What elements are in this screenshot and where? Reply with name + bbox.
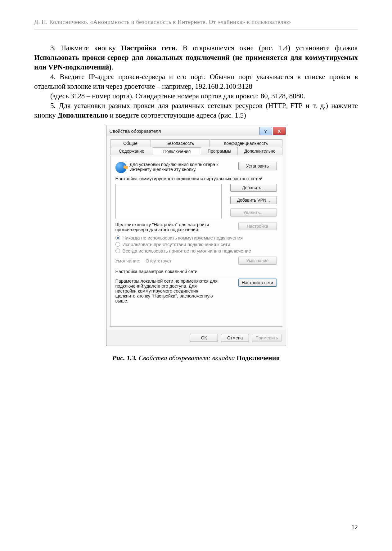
window-control-buttons: ? X — [259, 127, 286, 135]
document-page: Д. Н. Колисниченко. «Анонимность и безоп… — [0, 0, 392, 551]
dialog-footer: ОК Отмена Применить — [106, 330, 286, 346]
dialog-body: Общие Безопасность Конфиденциальность Со… — [106, 136, 286, 330]
paragraph-5: 5. Для установки разных прокси для разли… — [34, 101, 358, 120]
add-button[interactable]: Добавить... — [230, 184, 277, 192]
dialup-section: Настройка коммутируемого соединения и ви… — [115, 176, 277, 219]
paragraph-4: 4. Введите IP-адрес прокси-сервера и его… — [34, 72, 358, 91]
radio-never[interactable]: Никогда не использовать коммутируемые по… — [115, 235, 277, 240]
radio-always[interactable]: Всегда использовать принятое по умолчани… — [115, 248, 277, 253]
page-number: 12 — [351, 523, 358, 531]
page-header: Д. Н. Колисниченко. «Анонимность и безоп… — [34, 19, 358, 29]
tab-content[interactable]: Содержание — [110, 147, 153, 155]
default-connection-row: Умолчание: Отсутствует Умолчание — [115, 257, 277, 265]
radio-icon — [115, 242, 120, 247]
tab-programs[interactable]: Программы — [201, 147, 238, 155]
divider — [115, 276, 277, 276]
tab-advanced[interactable]: Дополнительно — [237, 147, 282, 155]
tab-strip: Общие Безопасность Конфиденциальность Со… — [110, 139, 282, 155]
default-value: Отсутствует — [146, 258, 172, 263]
radio-icon — [115, 235, 120, 240]
connections-listbox[interactable] — [115, 184, 222, 219]
settings-text: Щелкните кнопку "Настройка" для настройк… — [115, 222, 221, 232]
proxy-settings-row: Щелкните кнопку "Настройка" для настройк… — [115, 222, 277, 232]
dialog-screenshot: Свойства обозревателя ? X Общие Безопасн… — [106, 126, 286, 346]
close-icon: X — [277, 128, 281, 134]
connections-panel: Для установки подключения компьютера к И… — [110, 156, 282, 327]
ok-button[interactable]: ОК — [190, 334, 218, 342]
radio-icon — [115, 249, 120, 253]
body-text: 3. Нажмите кнопку Настройка сети. В откр… — [34, 43, 358, 120]
tab-privacy[interactable]: Конфиденциальность — [210, 139, 282, 147]
internet-options-dialog: Свойства обозревателя ? X Общие Безопасн… — [106, 126, 286, 346]
dialog-title: Свойства обозревателя — [110, 128, 161, 134]
tab-general[interactable]: Общие — [110, 139, 151, 147]
radio-when-no-net[interactable]: Использовать при отсутствии подключения … — [115, 242, 277, 247]
lan-settings-button[interactable]: Настройка сети — [238, 279, 277, 287]
lan-section: Параметры локальной сети не применяются … — [115, 279, 277, 303]
help-icon: ? — [264, 128, 267, 134]
setup-text: Для установки подключения компьютера к И… — [130, 162, 221, 172]
apply-button[interactable]: Применить — [252, 334, 281, 342]
settings-button[interactable]: Настройка — [238, 222, 277, 230]
dial-behavior-radios: Никогда не использовать коммутируемые по… — [115, 235, 277, 253]
lan-text: Параметры локальной сети не применяются … — [115, 279, 218, 303]
close-button[interactable]: X — [273, 127, 286, 135]
cancel-button[interactable]: Отмена — [221, 334, 249, 342]
setup-section: Для установки подключения компьютера к И… — [115, 162, 277, 173]
paragraph-3: 3. Нажмите кнопку Настройка сети. В откр… — [34, 43, 358, 72]
figure-number: Рис. 1.3. — [112, 354, 137, 362]
dialog-titlebar: Свойства обозревателя ? X — [106, 126, 286, 136]
globe-icon — [115, 162, 127, 173]
figure-bold: Подключения — [237, 354, 280, 362]
install-button[interactable]: Установить — [238, 162, 277, 170]
add-vpn-button[interactable]: Добавить VPN... — [230, 196, 277, 204]
tab-security[interactable]: Безопасность — [151, 139, 210, 147]
tab-connections[interactable]: Подключения — [153, 147, 201, 155]
delete-button[interactable]: Удалить... — [230, 208, 277, 217]
dialup-title: Настройка коммутируемого соединения и ви… — [115, 176, 277, 181]
help-button[interactable]: ? — [259, 127, 272, 135]
figure-caption: Рис. 1.3. Свойства обозревателя: вкладка… — [34, 354, 358, 362]
figure-text: Свойства обозревателя: вкладка — [137, 354, 237, 362]
set-default-button[interactable]: Умолчание — [238, 257, 277, 265]
paragraph-4b: (здесь 3128 – номер порта). Стандартные … — [34, 91, 358, 101]
default-label: Умолчание: — [115, 258, 141, 263]
lan-section-title: Настройка параметров локальной сети — [115, 269, 277, 274]
